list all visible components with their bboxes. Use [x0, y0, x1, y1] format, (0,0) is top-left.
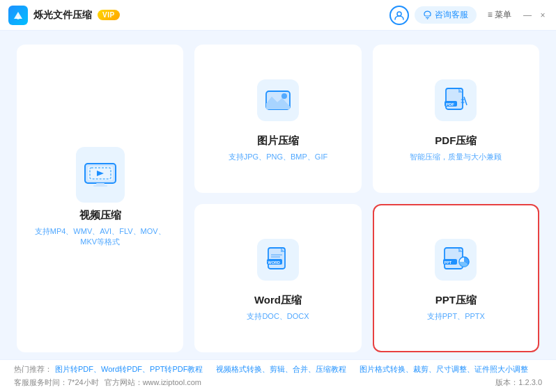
word-icon: WORD: [254, 235, 302, 284]
svg-rect-7: [96, 183, 105, 185]
svg-point-10: [281, 93, 287, 99]
svg-point-0: [17, 17, 20, 19]
image-card[interactable]: 图片压缩 支持JPG、PNG、BMP、GIF: [194, 45, 361, 193]
ppt-icon: PPT: [431, 235, 480, 284]
hot-link-3[interactable]: 图片格式转换、裁剪、尺寸调整、证件照大小调整: [360, 364, 528, 375]
video-card-subtitle: 支持MP4、WMV、AVI、FLV、MOV、MKV等格式: [29, 226, 171, 247]
title-bar: 烁光文件压缩 VIP 咨询客服 ≡ 菜单 — ×: [0, 0, 556, 31]
svg-text:WORD: WORD: [268, 260, 279, 265]
svg-text:PDF: PDF: [446, 102, 454, 107]
footer-hot-row: 热门推荐： 图片转PDF、Word转PDF、PPT转PDF教程 视频格式转换、剪…: [14, 364, 542, 375]
image-card-subtitle: 支持JPG、PNG、BMP、GIF: [229, 152, 327, 162]
hot-label: 热门推荐：: [14, 364, 52, 375]
word-card-subtitle: 支持DOC、DOCX: [247, 311, 309, 322]
cards-grid: 视频压缩 支持MP4、WMV、AVI、FLV、MOV、MKV等格式 图片压缩: [17, 45, 539, 352]
pdf-icon: PDF: [431, 76, 480, 125]
svg-point-1: [397, 12, 401, 16]
hot-link-1[interactable]: 图片转PDF、Word转PDF、PPT转PDF教程: [55, 364, 203, 375]
svg-point-2: [426, 18, 428, 19]
app-title: 烁光文件压缩: [33, 9, 92, 22]
footer-info-left: 客服服务时间：7*24小时 官方网站：www.iziptool.com: [14, 377, 201, 388]
word-card-title: Word压缩: [254, 294, 302, 307]
pdf-card[interactable]: PDF PDF压缩 智能压缩，质量与大小兼顾: [373, 45, 539, 193]
svg-line-14: [464, 97, 467, 105]
video-icon: [76, 150, 125, 199]
sep-1: [206, 364, 213, 375]
pdf-card-title: PDF压缩: [435, 134, 477, 148]
service-button[interactable]: 咨询客服: [415, 6, 477, 24]
video-card-title: 视频压缩: [79, 209, 121, 222]
ppt-card-title: PPT压缩: [435, 294, 477, 307]
main-content: 视频压缩 支持MP4、WMV、AVI、FLV、MOV、MKV等格式 图片压缩: [0, 31, 556, 359]
svg-text:PPT: PPT: [445, 260, 452, 265]
vip-badge: VIP: [98, 10, 120, 20]
svg-rect-8: [93, 185, 107, 187]
ppt-card[interactable]: PPT PPT压缩 支持PPT、PPTX: [373, 204, 539, 352]
close-button[interactable]: ×: [538, 10, 548, 20]
footer-bottom-row: 客服服务时间：7*24小时 官方网站：www.iziptool.com 版本：1…: [14, 377, 542, 388]
minimize-button[interactable]: —: [523, 10, 532, 20]
official-site[interactable]: 官方网站：www.iziptool.com: [105, 377, 201, 388]
title-bar-right: 咨询客服 ≡ 菜单 — ×: [389, 6, 548, 25]
video-card[interactable]: 视频压缩 支持MP4、WMV、AVI、FLV、MOV、MKV等格式: [17, 45, 183, 352]
hot-link-2[interactable]: 视频格式转换、剪辑、合并、压缩教程: [216, 364, 346, 375]
menu-label: ≡ 菜单: [488, 9, 511, 21]
user-button[interactable]: [389, 6, 409, 25]
app-logo: [8, 6, 28, 25]
image-icon: [254, 76, 302, 125]
word-card[interactable]: WORD Word压缩 支持DOC、DOCX: [194, 204, 361, 352]
service-label: 咨询客服: [435, 9, 468, 21]
sep-2: [349, 364, 357, 375]
pdf-card-subtitle: 智能压缩，质量与大小兼顾: [410, 152, 502, 162]
ppt-card-subtitle: 支持PPT、PPTX: [427, 311, 485, 322]
service-hours: 客服服务时间：7*24小时: [14, 377, 99, 388]
version-label: 版本：1.2.3.0: [495, 377, 542, 388]
footer: 热门推荐： 图片转PDF、Word转PDF、PPT转PDF教程 视频格式转换、剪…: [0, 359, 556, 392]
menu-button[interactable]: ≡ 菜单: [482, 6, 517, 24]
image-card-title: 图片压缩: [257, 134, 299, 148]
title-bar-left: 烁光文件压缩 VIP: [8, 6, 120, 25]
